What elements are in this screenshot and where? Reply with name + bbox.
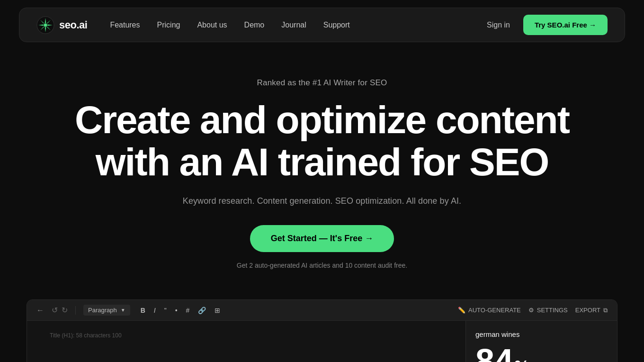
logo-link[interactable]: seo.ai [36,16,87,34]
score-value: 84 [475,344,513,362]
hero-section: Ranked as the #1 AI Writer for SEO Creat… [0,50,644,288]
italic-button[interactable]: I [151,306,159,315]
logo-icon [36,16,54,34]
toolbar-right-group: ✏️ AUTO-GENERATE ⚙ SETTINGS EXPORT ⧉ [458,307,608,314]
app-content: Title (H1): 58 characters 100 german win… [27,321,617,362]
app-preview: ← ↺ ↻ Paragraph ▼ B I " • # 🔗 ⊞ ✏️ AUTO-… [27,299,617,362]
copy-icon: ⧉ [603,307,608,314]
hero-title: Create and optimize content with an AI t… [38,99,606,183]
score-panel: german wines 84 % Reach 77% to average c… [465,321,617,362]
bold-button[interactable]: B [138,306,148,315]
nav-right: Sign in Try SEO.ai Free → [487,15,608,35]
hero-disclaimer: Get 2 auto-generated AI articles and 10 … [19,262,625,269]
bullet-button[interactable]: • [172,306,180,315]
navbar: seo.ai Features Pricing About us Demo Jo… [19,8,625,42]
toolbar-separator [75,306,76,315]
settings-button[interactable]: ⚙ SETTINGS [528,307,568,314]
nav-links: Features Pricing About us Demo Journal S… [110,21,349,29]
hero-badge: Ranked as the #1 AI Writer for SEO [19,78,625,88]
try-free-button[interactable]: Try SEO.ai Free → [523,15,608,35]
score-unit: % [514,357,529,362]
nav-left: seo.ai Features Pricing About us Demo Jo… [36,16,350,34]
numbered-button[interactable]: # [183,306,193,315]
quote-button[interactable]: " [161,306,170,315]
toolbar-history: ↺ ↻ [52,306,68,315]
table-button[interactable]: ⊞ [212,306,223,315]
editor-hint: Title (H1): 58 characters 100 [50,332,443,339]
app-toolbar: ← ↺ ↻ Paragraph ▼ B I " • # 🔗 ⊞ ✏️ AUTO-… [27,300,617,321]
logo-text: seo.ai [59,19,87,31]
nav-item-about-us[interactable]: About us [197,21,227,29]
nav-item-pricing[interactable]: Pricing [157,21,180,29]
app-editor[interactable]: Title (H1): 58 characters 100 [27,321,465,362]
autogenerate-button[interactable]: ✏️ AUTO-GENERATE [458,307,521,314]
redo-icon[interactable]: ↻ [62,306,68,315]
link-button[interactable]: 🔗 [195,306,209,315]
nav-item-demo[interactable]: Demo [244,21,265,29]
score-topic: german wines [475,330,608,338]
nav-item-journal[interactable]: Journal [281,21,306,29]
hero-cta-button[interactable]: Get Started — It's Free → [250,225,394,252]
back-icon[interactable]: ← [36,306,44,315]
pen-icon: ✏️ [458,307,465,314]
nav-item-features[interactable]: Features [110,21,140,29]
undo-icon[interactable]: ↺ [52,306,58,315]
text-format-buttons: B I " • # 🔗 ⊞ [138,306,224,315]
sign-in-link[interactable]: Sign in [487,21,510,29]
export-button[interactable]: EXPORT ⧉ [575,307,608,314]
nav-item-support[interactable]: Support [323,21,350,29]
format-dropdown[interactable]: Paragraph ▼ [83,305,130,316]
gear-icon: ⚙ [528,307,534,314]
format-dropdown-arrow: ▼ [121,308,125,313]
hero-subtitle: Keyword research. Content generation. SE… [19,196,625,206]
svg-point-9 [44,23,47,27]
